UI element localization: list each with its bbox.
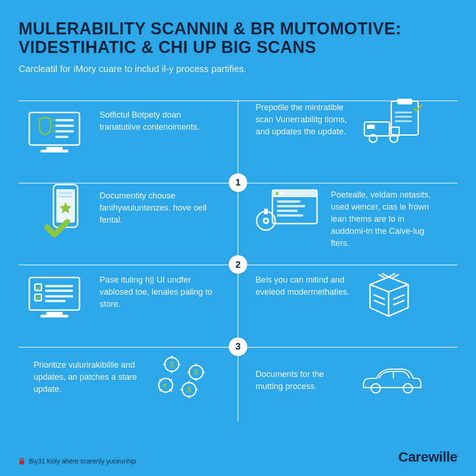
svg-rect-41 xyxy=(45,285,73,287)
cell-r3-right: Bels you can mitind and eveleod modermet… xyxy=(256,274,415,320)
svg-rect-31 xyxy=(277,214,303,217)
svg-rect-14 xyxy=(395,120,412,122)
svg-line-48 xyxy=(393,300,404,305)
step-circle-3: 3 xyxy=(229,337,247,356)
svg-point-26 xyxy=(276,192,278,195)
infographic-grid: 1 2 3 Sotfictul Botpety doan tranatutiiv… xyxy=(19,100,457,421)
phone-star-icon xyxy=(38,190,89,236)
svg-rect-1 xyxy=(46,147,63,150)
svg-rect-12 xyxy=(395,112,412,113)
brand-logo: Carewille xyxy=(398,449,457,465)
svg-point-35 xyxy=(264,219,267,222)
step-number-2: 2 xyxy=(235,259,240,270)
svg-rect-11 xyxy=(397,99,412,104)
svg-point-74 xyxy=(403,383,412,393)
svg-rect-3 xyxy=(55,119,74,121)
svg-rect-28 xyxy=(277,200,300,203)
cell-r3-left-text: Pase ituling h|| UI undfer vablosed toe,… xyxy=(99,274,220,310)
box-icon xyxy=(364,274,415,320)
svg-rect-29 xyxy=(277,205,305,207)
svg-rect-4 xyxy=(55,125,74,127)
cell-r1-right-text: Prepotlle the mintratible scan Vunerrabi… xyxy=(256,101,353,138)
svg-rect-23 xyxy=(59,196,72,198)
dollar-gears-icon: $ $ $ xyxy=(155,354,220,400)
cell-r2-right-text: Poetealle, veldam netasits, used wencer,… xyxy=(331,189,438,249)
cell-r4-right-text: Documents for the mutting process. xyxy=(256,368,349,392)
svg-line-47 xyxy=(393,295,404,299)
svg-rect-37 xyxy=(46,312,63,315)
cell-r4-left: Prioritize vulurirakibillle and updates,… xyxy=(33,354,220,400)
svg-rect-10 xyxy=(391,101,418,135)
svg-rect-44 xyxy=(45,300,66,302)
svg-text:$: $ xyxy=(194,368,198,377)
svg-rect-19 xyxy=(367,125,375,129)
clipboard-truck-icon xyxy=(364,101,429,148)
cell-r1-left-text: Sotfictul Botpety doan tranatutiive cont… xyxy=(99,109,220,133)
step-number-3: 3 xyxy=(235,341,240,352)
svg-point-9 xyxy=(53,130,54,132)
step-circle-2: 2 xyxy=(229,255,247,274)
monitor-shield-icon xyxy=(24,109,89,155)
page-title-line2: VIDESTIHATIC & CHI UP BIG SCANS xyxy=(19,38,457,57)
browser-dial-icon xyxy=(256,189,321,235)
cell-r2-left-text: Documentity chouse fanihywulunterizes. h… xyxy=(99,190,220,226)
svg-rect-22 xyxy=(59,192,72,194)
svg-rect-2 xyxy=(40,150,68,152)
svg-rect-34 xyxy=(264,209,268,214)
svg-rect-43 xyxy=(45,295,73,298)
cell-r2-right: Poetealle, veldam netasits, used wencer,… xyxy=(256,189,438,249)
svg-point-27 xyxy=(280,192,283,195)
footnote: Biy31 kioly ahere scarenly yuceunhip xyxy=(19,457,136,465)
svg-rect-13 xyxy=(395,116,412,118)
step-number-1: 1 xyxy=(235,177,240,188)
cell-r3-left: Pase ituling h|| UI undfer vablosed toe,… xyxy=(24,274,220,320)
svg-line-45 xyxy=(374,295,385,299)
car-icon xyxy=(359,357,424,403)
page-subtitle: Carcleatil for iMory cuare to includ il-… xyxy=(19,64,457,74)
svg-rect-38 xyxy=(40,315,68,317)
svg-text:$: $ xyxy=(170,360,174,369)
cell-r2-left: Documentity chouse fanihywulunterizes. h… xyxy=(38,190,220,236)
svg-line-46 xyxy=(374,300,385,305)
svg-rect-6 xyxy=(55,136,68,138)
svg-rect-0 xyxy=(29,112,79,145)
svg-point-7 xyxy=(53,119,54,121)
svg-rect-25 xyxy=(272,190,317,197)
svg-point-73 xyxy=(371,383,380,393)
svg-text:$: $ xyxy=(187,385,192,394)
lock-icon xyxy=(19,457,25,465)
svg-point-8 xyxy=(53,125,54,126)
svg-rect-42 xyxy=(45,290,73,292)
cell-r1-right: Prepotlle the mintratible scan Vunerrabi… xyxy=(256,101,429,148)
cell-r4-right: Documents for the mutting process. xyxy=(256,357,424,403)
cell-r1-left: Sotfictul Botpety doan tranatutiive cont… xyxy=(24,109,220,155)
svg-rect-75 xyxy=(20,461,24,464)
step-circle-1: 1 xyxy=(229,173,247,192)
monitor-checklist-icon xyxy=(24,274,89,320)
page-title-line1: MULERABILITY SCANNIN & BR MUTOMOTIVE: xyxy=(19,20,457,38)
footnote-text: Biy31 kioly ahere scarenly yuceunhip xyxy=(29,457,136,465)
cell-r4-left-text: Prioritize vulurirakibillle and updates,… xyxy=(33,359,145,395)
svg-rect-30 xyxy=(277,210,298,212)
cell-r3-right-text: Bels you can mitind and eveleod modermet… xyxy=(256,274,353,298)
svg-rect-5 xyxy=(55,130,74,132)
